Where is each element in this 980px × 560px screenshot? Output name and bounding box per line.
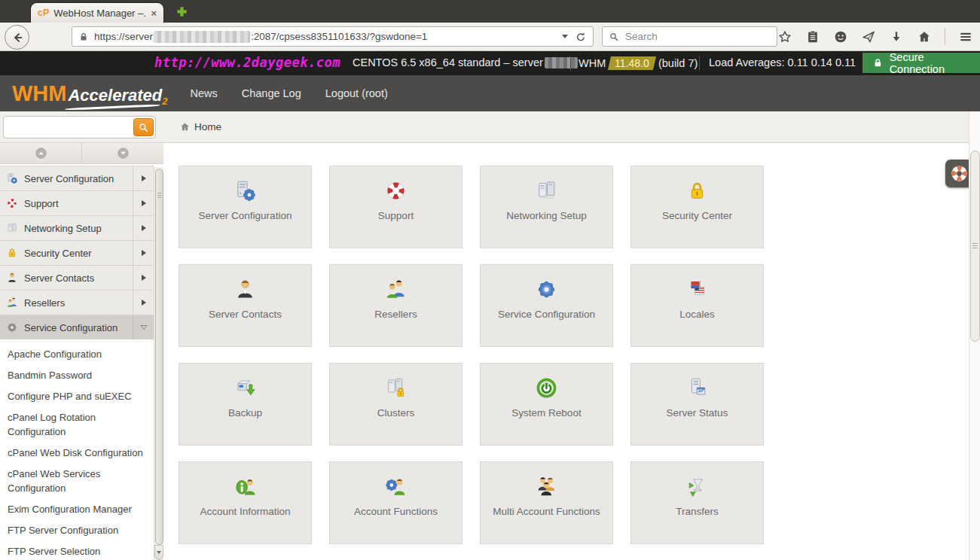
send-plane-icon[interactable] <box>861 29 876 44</box>
new-tab-button[interactable] <box>172 5 191 18</box>
sidebar-item-label: Security Center <box>24 248 92 259</box>
tile-account-functions[interactable]: Account Functions <box>329 461 463 544</box>
browser-search-bar[interactable] <box>602 26 777 47</box>
sidebar-search-input[interactable] <box>4 117 155 138</box>
nav-logout-link[interactable]: Logout (root) <box>325 87 388 99</box>
logo-subscript: 2 <box>162 96 167 107</box>
tile-label: Account Functions <box>354 506 438 517</box>
submenu-item-ftp-server-configuration[interactable]: FTP Server Configuration <box>8 523 151 537</box>
sidebar-item-resellers[interactable]: Resellers <box>0 291 154 315</box>
nav-news-link[interactable]: News <box>190 87 217 99</box>
infobar-divider <box>570 56 571 71</box>
tab-title: WebHost Manager –... <box>53 8 146 19</box>
tile-support[interactable]: Support <box>329 166 463 248</box>
sidebar-item-server-contacts[interactable]: Server Contacts <box>0 266 154 291</box>
info-person-icon <box>234 475 257 498</box>
reload-icon[interactable] <box>575 31 587 43</box>
tile-server-configuration[interactable]: Server Configuration <box>179 166 312 248</box>
tile-service-configuration[interactable]: Service Configuration <box>480 264 613 347</box>
life-ring-icon <box>6 197 18 209</box>
secure-connection-badge[interactable]: Secure Connection <box>862 53 980 73</box>
help-life-ring-icon <box>949 163 969 184</box>
tile-account-information[interactable]: Account Information <box>179 461 312 544</box>
tile-server-status[interactable]: Server Status <box>630 363 764 446</box>
whm-logo: WHM Accelerated 2 <box>12 83 167 105</box>
tile-multi-account-functions[interactable]: Multi Account Functions <box>480 461 613 544</box>
sidebar-scroll-up-button[interactable] <box>0 143 81 163</box>
tile-transfers[interactable]: Transfers <box>630 461 764 544</box>
breadcrumb-home[interactable]: Home <box>194 121 221 132</box>
tile-system-reboot[interactable]: System Reboot <box>480 363 613 446</box>
reading-list-icon[interactable] <box>805 29 820 44</box>
browser-tab[interactable]: cP WebHost Manager –... × <box>30 2 164 23</box>
nav-changelog-link[interactable]: Change Log <box>242 87 301 99</box>
url-dropdown-caret-icon[interactable] <box>562 35 568 38</box>
sidebar-scrollbar-thumb[interactable] <box>155 169 163 545</box>
tile-label: Account Information <box>200 506 290 517</box>
hamburger-menu-icon[interactable] <box>958 29 973 44</box>
sidebar-item-service-configuration[interactable]: Service Configuration <box>0 315 154 340</box>
tab-close-icon[interactable]: × <box>151 8 157 19</box>
sidebar-scrollbar[interactable] <box>154 167 163 560</box>
server-gear-icon <box>234 179 257 202</box>
page-scrollbar-thumb[interactable] <box>970 151 980 342</box>
submenu-item-ftp-server-selection[interactable]: FTP Server Selection <box>8 544 151 558</box>
submenu-item-exim-configuration[interactable]: Exim Configuration Manager <box>8 502 151 516</box>
submenu-item-bandmin-password[interactable]: Bandmin Password <box>8 368 151 382</box>
tile-label: Backup <box>228 407 262 418</box>
scroll-up-icon <box>35 147 47 160</box>
tile-networking-setup[interactable]: Networking Setup <box>480 166 613 248</box>
people-group-icon <box>535 475 558 498</box>
chevron-down-icon <box>140 324 148 330</box>
bookmark-star-icon[interactable] <box>777 29 792 44</box>
tile-label: Locales <box>679 309 715 320</box>
expand-arrow[interactable] <box>133 241 154 265</box>
submenu-item-apache-configuration[interactable]: Apache Configuration <box>8 347 151 361</box>
tile-label: Service Configuration <box>498 309 595 320</box>
submenu-item-cpanel-web-disk[interactable]: cPanel Web Disk Configuration <box>8 446 151 460</box>
sidebar-search-button[interactable] <box>133 118 154 136</box>
sidebar-item-label: Support <box>24 198 59 209</box>
cpanel-favicon: cP <box>38 8 49 18</box>
expand-arrow[interactable] <box>133 266 154 290</box>
chat-smiley-icon[interactable] <box>833 29 848 44</box>
sidebar-item-label: Resellers <box>24 297 65 309</box>
tile-backup[interactable]: Backup <box>179 363 312 446</box>
collapse-arrow[interactable] <box>133 315 154 339</box>
home-icon[interactable] <box>917 29 932 44</box>
tile-clusters[interactable]: Clusters <box>329 363 463 446</box>
expand-arrow[interactable] <box>133 166 154 190</box>
lock-icon <box>78 32 89 42</box>
sidebar-item-networking-setup[interactable]: Networking Setup <box>0 216 154 241</box>
expand-arrow[interactable] <box>133 216 154 240</box>
sidebar-item-security-center[interactable]: Security Center <box>0 241 154 266</box>
submenu-item-cpanel-web-services[interactable]: cPanel Web Services Configuration <box>8 467 151 495</box>
tile-server-contacts[interactable]: Server Contacts <box>179 264 312 347</box>
tile-locales[interactable]: Locales <box>630 264 764 347</box>
sidebar-search-box <box>3 116 156 138</box>
browser-search-input[interactable] <box>624 30 771 43</box>
sidebar-item-support[interactable]: Support <box>0 191 154 216</box>
sidebar-scrollbar-down-button[interactable] <box>154 545 163 560</box>
life-ring-icon <box>384 179 408 202</box>
search-icon <box>609 32 619 42</box>
download-arrow-icon[interactable] <box>889 29 904 44</box>
expand-arrow[interactable] <box>133 191 154 215</box>
dashboard-tile-grid: Server Configuration Support Networking … <box>179 166 764 544</box>
person-icon <box>234 278 257 301</box>
submenu-item-cpanel-log-rotation[interactable]: cPanel Log Rotation Configuration <box>8 410 151 439</box>
expand-arrow[interactable] <box>133 291 154 315</box>
chevron-right-icon <box>142 300 146 306</box>
tile-label: Transfers <box>676 506 719 517</box>
sidebar-item-server-configuration[interactable]: Server Configuration <box>0 166 154 191</box>
padlock-icon <box>6 247 18 259</box>
tile-resellers[interactable]: Resellers <box>329 264 463 347</box>
back-button[interactable] <box>5 25 29 50</box>
redacted-hostname <box>154 31 250 43</box>
submenu-item-configure-php-suexec[interactable]: Configure PHP and suEXEC <box>8 389 151 403</box>
tile-security-center[interactable]: Security Center <box>630 166 764 248</box>
service-configuration-submenu: Apache Configuration Bandmin Password Co… <box>0 339 154 560</box>
sidebar-scroll-down-button[interactable] <box>81 143 163 163</box>
url-bar[interactable]: https://server :2087/cpsess8351101633/?g… <box>72 26 594 47</box>
page-scrollbar[interactable] <box>969 111 980 560</box>
